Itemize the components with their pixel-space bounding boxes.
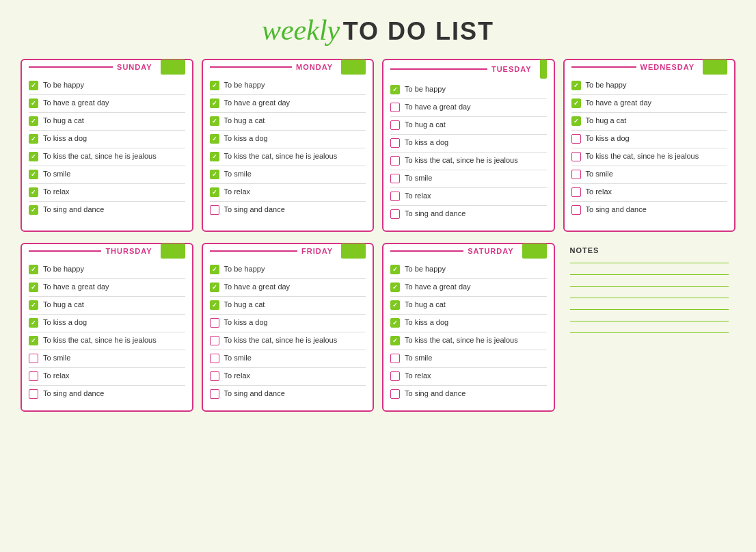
task-row: To hug a cat xyxy=(210,116,366,131)
task-checkbox[interactable] xyxy=(29,98,38,108)
task-checkbox[interactable] xyxy=(29,371,38,381)
task-checkbox[interactable] xyxy=(571,116,581,126)
task-row: To be happy xyxy=(390,264,547,279)
task-checkbox[interactable] xyxy=(210,318,219,328)
task-checkbox[interactable] xyxy=(571,134,581,144)
task-checkbox[interactable] xyxy=(29,354,38,363)
task-checkbox[interactable] xyxy=(571,205,581,215)
task-checkbox[interactable] xyxy=(571,170,581,179)
task-row: To hug a cat xyxy=(210,300,366,315)
task-checkbox[interactable] xyxy=(390,156,400,166)
task-text: To have a great day xyxy=(586,98,652,107)
task-checkbox[interactable] xyxy=(210,336,219,345)
day-card-wednesday: WEDNESDAYTo be happyTo have a great dayT… xyxy=(563,59,736,232)
day-line-left xyxy=(29,66,113,68)
task-checkbox[interactable] xyxy=(390,209,400,219)
task-checkbox[interactable] xyxy=(29,116,38,126)
task-text: To have a great day xyxy=(405,102,471,111)
task-row: To have a great day xyxy=(571,98,728,113)
task-checkbox[interactable] xyxy=(390,265,400,274)
task-checkbox[interactable] xyxy=(29,187,38,197)
task-row: To have a great day xyxy=(29,98,185,113)
task-checkbox[interactable] xyxy=(390,120,400,130)
day-tab xyxy=(161,244,185,259)
task-checkbox[interactable] xyxy=(571,81,581,90)
task-checkbox[interactable] xyxy=(210,354,219,363)
task-row: To kiss a dog xyxy=(390,137,547,153)
task-row: To relax xyxy=(390,191,547,206)
task-row: To relax xyxy=(210,371,366,386)
task-checkbox[interactable] xyxy=(29,81,38,90)
task-checkbox[interactable] xyxy=(210,81,219,90)
task-checkbox[interactable] xyxy=(390,282,400,292)
task-text: To kiss a dog xyxy=(405,137,448,147)
bottom-grid: THURSDAYTo be happyTo have a great dayTo… xyxy=(21,243,735,412)
task-checkbox[interactable] xyxy=(390,336,400,345)
task-text: To have a great day xyxy=(405,282,471,291)
task-row: To have a great day xyxy=(390,282,547,297)
task-checkbox[interactable] xyxy=(210,300,219,310)
task-row: To kiss the cat, since he is jealous xyxy=(390,155,547,170)
task-text: To smile xyxy=(43,353,70,363)
task-text: To smile xyxy=(586,169,613,179)
day-line-left xyxy=(390,68,487,70)
task-checkbox[interactable] xyxy=(210,98,219,108)
task-checkbox[interactable] xyxy=(29,205,38,215)
day-tab xyxy=(161,60,185,75)
task-checkbox[interactable] xyxy=(390,318,400,328)
task-checkbox[interactable] xyxy=(390,138,400,148)
task-checkbox[interactable] xyxy=(390,192,400,201)
task-checkbox[interactable] xyxy=(390,85,400,94)
task-checkbox[interactable] xyxy=(29,265,38,274)
task-checkbox[interactable] xyxy=(210,152,219,161)
task-text: To have a great day xyxy=(43,282,109,291)
task-row: To relax xyxy=(390,371,547,386)
task-checkbox[interactable] xyxy=(29,318,38,328)
task-text: To be happy xyxy=(43,264,84,274)
task-checkbox[interactable] xyxy=(210,134,219,144)
task-text: To kiss the cat, since he is jealous xyxy=(224,335,338,345)
task-row: To sing and dance xyxy=(571,205,728,220)
task-row: To smile xyxy=(571,169,728,184)
day-name: WEDNESDAY xyxy=(636,63,699,71)
task-checkbox[interactable] xyxy=(210,265,219,274)
task-checkbox[interactable] xyxy=(571,98,581,108)
task-text: To have a great day xyxy=(224,282,291,291)
task-checkbox[interactable] xyxy=(390,354,400,363)
task-checkbox[interactable] xyxy=(210,389,219,399)
task-checkbox[interactable] xyxy=(210,116,219,126)
task-checkbox[interactable] xyxy=(29,152,38,161)
task-checkbox[interactable] xyxy=(390,174,400,183)
task-checkbox[interactable] xyxy=(210,170,219,179)
task-text: To kiss the cat, since he is jealous xyxy=(43,335,157,345)
task-checkbox[interactable] xyxy=(29,300,38,310)
day-name: SUNDAY xyxy=(113,63,156,71)
task-checkbox[interactable] xyxy=(390,371,400,381)
task-checkbox[interactable] xyxy=(29,134,38,144)
task-text: To hug a cat xyxy=(43,300,84,309)
task-checkbox[interactable] xyxy=(210,205,219,215)
task-checkbox[interactable] xyxy=(29,170,38,179)
task-checkbox[interactable] xyxy=(29,389,38,399)
task-text: To kiss a dog xyxy=(43,317,87,327)
task-checkbox[interactable] xyxy=(390,103,400,112)
task-text: To have a great day xyxy=(224,98,291,107)
task-checkbox[interactable] xyxy=(210,187,219,197)
task-checkbox[interactable] xyxy=(29,336,38,345)
task-row: To kiss a dog xyxy=(571,133,728,148)
day-card-tuesday: TUESDAYTo be happyTo have a great dayTo … xyxy=(382,59,555,232)
task-checkbox[interactable] xyxy=(29,282,38,292)
task-checkbox[interactable] xyxy=(210,282,219,292)
task-text: To sing and dance xyxy=(43,205,104,214)
task-text: To kiss a dog xyxy=(224,317,268,327)
task-checkbox[interactable] xyxy=(390,389,400,399)
notes-title: NOTES xyxy=(570,246,599,254)
task-checkbox[interactable] xyxy=(210,371,219,381)
task-checkbox[interactable] xyxy=(571,187,581,197)
task-checkbox[interactable] xyxy=(571,152,581,161)
task-text: To hug a cat xyxy=(586,116,627,125)
task-row: To smile xyxy=(210,353,366,368)
day-card-friday: FRIDAYTo be happyTo have a great dayTo h… xyxy=(202,243,375,412)
note-line xyxy=(570,321,729,321)
task-checkbox[interactable] xyxy=(390,300,400,310)
